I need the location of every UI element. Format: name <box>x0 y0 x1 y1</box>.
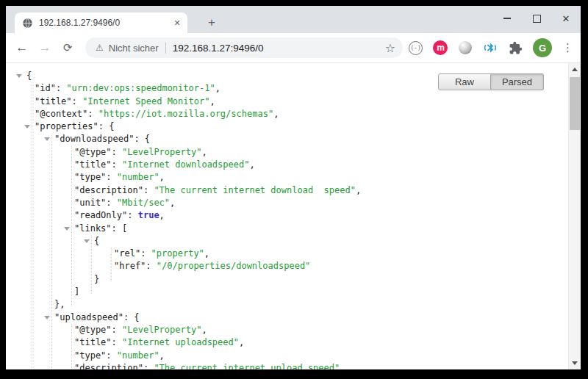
collapse-toggle-icon[interactable] <box>84 239 90 243</box>
scrollbar-thumb[interactable] <box>570 77 580 130</box>
json-line: "rel": "property", <box>6 248 568 260</box>
json-token: "links" <box>74 223 112 234</box>
refresh-button[interactable]: ⟳ <box>60 38 76 57</box>
security-label[interactable]: Nicht sicher <box>109 43 159 54</box>
json-token: "title" <box>74 159 112 170</box>
json-token: : <box>106 198 116 208</box>
parsed-button[interactable]: Parsed <box>491 73 544 90</box>
json-token: "title" <box>35 96 72 107</box>
extensions-menu-button[interactable] <box>508 40 523 56</box>
json-line: "description": "The current internet dow… <box>6 184 568 197</box>
maximize-button[interactable] <box>522 6 551 31</box>
json-token: : <box>143 185 154 195</box>
json-line: "type": "number", <box>6 171 568 184</box>
bluetooth-extension-button[interactable] <box>483 40 498 56</box>
json-token: : { <box>134 134 150 144</box>
json-token: "properties" <box>35 121 98 131</box>
json-line: "href": "/0/properties/downloadspeed" <box>6 260 568 272</box>
json-token: "description" <box>74 363 143 369</box>
scroll-up-icon <box>572 68 578 71</box>
back-button[interactable]: ← <box>13 38 30 57</box>
json-token: "https://iot.mozilla.org/schemas" <box>98 109 273 119</box>
address-bar[interactable]: ⚠ Nicht sicher 192.168.1.27:9496/0 ☆ <box>85 37 403 58</box>
vertical-scrollbar[interactable] <box>568 63 581 369</box>
json-line: "links": [ <box>6 223 568 235</box>
window-controls: ✕ <box>492 6 581 31</box>
browser-menu-button[interactable]: ⋮ <box>562 41 573 54</box>
raw-button[interactable]: Raw <box>438 73 491 90</box>
json-token: , <box>159 172 165 182</box>
tab-title: 192.168.1.27:9496/0 <box>39 18 171 28</box>
indent-guide <box>91 235 92 294</box>
json-token: "Internet uploadspeed" <box>122 337 239 347</box>
json-token: true <box>138 210 159 220</box>
collapse-toggle-icon[interactable] <box>24 125 30 129</box>
browser-tab[interactable]: 192.168.1.27:9496/0 ✕ <box>15 12 187 33</box>
minimize-button[interactable] <box>492 6 522 31</box>
forward-arrow-icon: → <box>38 40 51 55</box>
json-token: } <box>94 274 99 284</box>
minimize-icon <box>503 18 511 19</box>
json-token: "title" <box>74 337 112 347</box>
json-line: "title": "Internet Speed Monitor", <box>6 95 568 108</box>
json-token: : <box>112 337 122 347</box>
json-token: "unit" <box>74 198 106 208</box>
json-token: , <box>215 83 220 93</box>
collapse-toggle-icon[interactable] <box>16 74 22 78</box>
circle-dash-extension-button[interactable]: (-) <box>408 40 423 56</box>
sphere-extension-button[interactable] <box>458 40 473 56</box>
address-divider <box>165 43 166 54</box>
json-token: , <box>201 147 207 157</box>
json-line: "type": "number", <box>6 350 568 362</box>
tab-strip: 192.168.1.27:9496/0 ✕ + ✕ <box>6 6 581 33</box>
json-token: "/0/properties/downloadspeed" <box>157 261 311 271</box>
json-line: "@type": "LevelProperty", <box>6 324 568 336</box>
scroll-up-button[interactable] <box>569 64 581 75</box>
json-token: , <box>170 198 175 208</box>
json-token: , <box>209 96 215 107</box>
forward-button[interactable]: → <box>36 38 53 57</box>
json-line: }, <box>6 298 568 311</box>
json-token: "Internet downloadspeed" <box>122 159 249 170</box>
json-token: "type" <box>74 172 106 182</box>
json-token: , <box>356 185 361 195</box>
json-token: "id" <box>35 83 56 93</box>
json-token: "@type" <box>74 147 112 157</box>
indent-guide <box>32 82 32 369</box>
url-text[interactable]: 192.168.1.27:9496/0 <box>173 43 264 54</box>
collapse-toggle-icon[interactable] <box>64 227 70 231</box>
json-line: { <box>6 235 568 248</box>
json-line: "downloadspeed": { <box>6 133 568 145</box>
bookmark-star-icon[interactable]: ☆ <box>385 41 395 55</box>
scroll-down-button[interactable] <box>569 358 581 369</box>
json-token: : <box>112 325 122 335</box>
json-line: "uploadspeed": { <box>6 311 568 324</box>
json-token: "Mbit/sec" <box>117 198 170 208</box>
json-token: : <box>106 350 116 361</box>
json-token: , <box>159 350 165 361</box>
collapse-toggle-icon[interactable] <box>44 137 50 141</box>
collapse-toggle-icon[interactable] <box>44 316 50 320</box>
json-token: : { <box>123 312 140 322</box>
new-tab-button[interactable]: + <box>201 12 222 33</box>
json-token: : [ <box>112 223 128 234</box>
json-token: "Internet Speed Monitor" <box>82 96 209 107</box>
json-token: : <box>56 83 66 93</box>
back-arrow-icon: ← <box>15 40 28 55</box>
json-token: "The current internet upload speed" <box>154 363 340 369</box>
profile-avatar[interactable]: G <box>533 38 552 57</box>
json-line: "title": "Internet downloadspeed", <box>6 159 568 171</box>
json-line: "readOnly": true, <box>6 209 568 222</box>
json-line: "properties": { <box>6 120 568 133</box>
m-badge-extension-button[interactable]: m <box>433 40 448 56</box>
tab-close-icon[interactable]: ✕ <box>171 17 183 29</box>
view-mode-toggle: Raw Parsed <box>438 73 544 90</box>
json-token: : { <box>98 121 115 131</box>
maximize-icon <box>533 15 541 23</box>
globe-favicon-icon <box>22 18 33 29</box>
json-token: : <box>140 248 151 259</box>
indent-guide <box>71 324 72 369</box>
json-token: "The current internet download speed" <box>154 185 356 195</box>
json-line: ] <box>6 286 568 298</box>
close-window-button[interactable]: ✕ <box>551 6 581 31</box>
